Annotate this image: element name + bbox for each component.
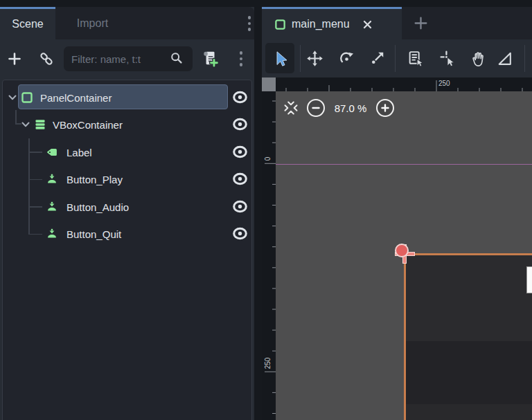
tree-row-panelcontainer[interactable]: PanelContainer (3, 84, 251, 111)
label-icon (46, 146, 58, 158)
tab-import[interactable]: Import (55, 7, 130, 39)
tab-scene[interactable]: Scene (0, 7, 55, 39)
instance-scene-button[interactable] (36, 48, 57, 69)
plus-icon (381, 104, 389, 112)
scene-tree: PanelContainerVBoxContainerLabelButton_P… (2, 80, 252, 420)
origin-guide-line (276, 164, 532, 165)
chain-link-icon (38, 51, 55, 67)
list-select-icon (407, 50, 425, 67)
button-icon (46, 228, 58, 240)
node-name: Button_Play (66, 174, 123, 185)
zoom-controls: 87.0 % (283, 98, 394, 118)
button-icon (46, 201, 58, 213)
pan-tool-button[interactable] (466, 46, 490, 70)
scene-tree-menu-icon[interactable] (236, 49, 247, 69)
tree-row-vboxcontainer[interactable]: VBoxContainer (3, 111, 251, 138)
select-cursor-icon (272, 50, 289, 67)
visibility-toggle[interactable] (231, 145, 249, 160)
visibility-toggle[interactable] (231, 199, 249, 214)
svg-text:250: 250 (438, 80, 450, 87)
attach-script-button[interactable] (200, 48, 220, 70)
main-viewport-panel: main_menu (262, 7, 532, 420)
selection-border-top (404, 253, 532, 255)
chevron-down-icon[interactable] (20, 119, 31, 130)
svg-text:250: 250 (264, 357, 272, 369)
canvas-button-region (405, 341, 532, 404)
scene-toolbar (0, 39, 254, 77)
visibility-toggle[interactable] (231, 226, 249, 241)
select-tool-button[interactable] (268, 46, 292, 70)
ruler-tool-button[interactable] (493, 46, 516, 70)
close-tab-icon[interactable] (361, 18, 374, 31)
vbox-container-icon (34, 118, 46, 131)
panel-container-icon (274, 19, 286, 30)
dock-tab-bar: Scene Import (0, 7, 254, 39)
tree-row-button_play[interactable]: Button_Play (3, 166, 251, 193)
script-add-icon (201, 50, 219, 68)
toolbar-separator (300, 45, 301, 72)
visibility-toggle[interactable] (231, 90, 249, 105)
scene-tab-bar: main_menu (262, 7, 532, 39)
zoom-percentage[interactable]: 87.0 % (332, 102, 369, 114)
horizontal-ruler: 250 (276, 77, 532, 91)
node-name: VBoxContainer (53, 119, 123, 131)
tab-import-label: Import (77, 17, 108, 30)
hand-icon (470, 50, 487, 67)
tree-row-button_quit[interactable]: Button_Quit (3, 221, 251, 248)
canvas-panel-region (405, 404, 532, 420)
ruler-corner-button[interactable] (262, 77, 276, 91)
plus-icon (413, 15, 429, 31)
rotate-icon (338, 50, 355, 67)
search-icon (169, 51, 184, 66)
center-view-icon[interactable] (283, 100, 299, 116)
visibility-toggle[interactable] (231, 172, 249, 187)
vertical-ruler: 0250 (262, 91, 276, 420)
visibility-toggle[interactable] (231, 117, 249, 132)
node-name: PanelContainer (40, 91, 112, 103)
add-node-button[interactable] (4, 48, 25, 69)
canvas-panel-container (405, 255, 532, 420)
tab-scene-label: Scene (12, 18, 43, 30)
toolbar-separator (395, 45, 396, 72)
scene-tab-main-menu[interactable]: main_menu (262, 7, 402, 39)
new-scene-tab-button[interactable] (412, 15, 429, 31)
canvas-panel-region (405, 255, 532, 341)
zoom-out-button[interactable] (307, 99, 325, 117)
rotate-tool-button[interactable] (335, 46, 358, 70)
triangle-ruler-icon (496, 50, 513, 67)
tree-row-button_audio[interactable]: Button_Audio (3, 193, 251, 220)
canvas-white-element (526, 266, 532, 293)
pivot-icon (439, 50, 456, 67)
scale-tool-button[interactable] (365, 46, 389, 70)
scene-tab-label: main_menu (292, 18, 350, 30)
2d-viewport[interactable]: 87.0 % (276, 91, 532, 420)
list-select-tool-button[interactable] (404, 46, 427, 70)
node-name: Label (66, 146, 92, 158)
move-tool-button[interactable] (303, 46, 326, 70)
scale-icon (369, 50, 386, 67)
selection-border-left (404, 253, 406, 420)
move-icon (306, 50, 323, 67)
tree-row-label[interactable]: Label (3, 138, 251, 165)
scene-dock: Scene Import (0, 7, 254, 420)
minus-icon (312, 104, 320, 112)
change-pivot-tool-button[interactable] (436, 46, 459, 70)
zoom-in-button[interactable] (376, 99, 394, 117)
canvas-toolbar (262, 39, 532, 77)
dock-options-icon[interactable] (244, 15, 255, 32)
plus-icon (6, 51, 23, 67)
pivot-marker[interactable] (395, 244, 409, 257)
chevron-down-icon[interactable] (7, 92, 18, 103)
button-icon (46, 173, 58, 185)
node-name: Button_Quit (66, 228, 121, 240)
panel-container-icon (21, 91, 33, 104)
toolbar-separator (524, 45, 525, 72)
svg-text:0: 0 (264, 156, 272, 161)
node-name: Button_Audio (66, 201, 129, 212)
